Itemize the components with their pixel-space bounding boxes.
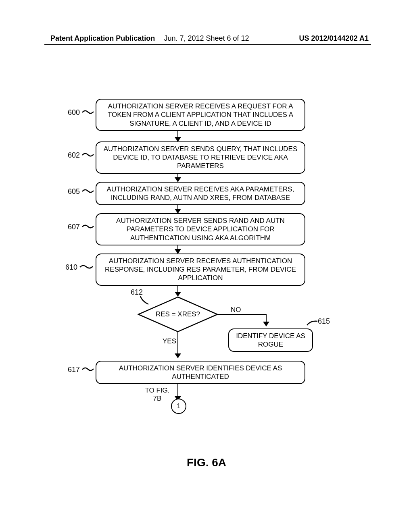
arrowhead-icon	[175, 353, 181, 358]
arrow-icon	[177, 131, 178, 141]
box-607: AUTHORIZATION SERVER SENDS RAND AND AUTN…	[96, 213, 305, 245]
ref-602-num: 602	[68, 151, 80, 159]
box-605: AUTHORIZATION SERVER RECEIVES AKA PARAME…	[96, 182, 305, 206]
box-610: AUTHORIZATION SERVER RECEIVES AUTHENTICA…	[96, 254, 305, 286]
page: Patent Application Publication Jun. 7, 2…	[0, 0, 413, 532]
step-612: 612 RES = XRES? NO	[0, 296, 413, 332]
decision-612: RES = XRES?	[138, 296, 218, 332]
line	[218, 314, 267, 315]
ref-612: 612	[131, 288, 143, 297]
box-600: AUTHORIZATION SERVER RECEIVES A REQUEST …	[96, 99, 305, 131]
header-pubnum: US 2012/0144202 A1	[299, 34, 369, 43]
leader-icon	[79, 264, 92, 270]
step-607: 607 AUTHORIZATION SERVER SENDS RAND AND …	[0, 213, 413, 245]
leader-icon	[82, 188, 94, 194]
ref-605-num: 605	[68, 187, 80, 195]
ref-600: 600	[68, 108, 94, 117]
step-617: 617 AUTHORIZATION SERVER IDENTIFIES DEVI…	[0, 361, 413, 384]
leader-icon	[82, 224, 94, 229]
ref-600-num: 600	[68, 108, 80, 116]
ref-607: 607	[68, 223, 94, 231]
flowchart: 600 AUTHORIZATION SERVER RECEIVES A REQU…	[0, 99, 413, 412]
step-602: 602 AUTHORIZATION SERVER SENDS QUERY, TH…	[0, 141, 413, 174]
leader-icon	[82, 152, 94, 158]
ref-615: 615	[318, 317, 330, 326]
connector-num: 1	[177, 403, 181, 410]
ref-617: 617	[68, 366, 94, 374]
ref-617-num: 617	[68, 366, 80, 374]
step-branches: YES IDENTIFY DEVICE AS ROGUE	[0, 332, 413, 361]
line	[177, 384, 178, 398]
arrow-icon	[177, 205, 178, 213]
header-sheet: Jun. 7, 2012 Sheet 6 of 12	[164, 34, 249, 43]
arrow-icon	[177, 245, 178, 254]
arrow-icon	[177, 174, 178, 182]
branch-yes-label: YES	[163, 337, 176, 345]
branch-no-label: NO	[231, 306, 241, 314]
ref-605: 605	[68, 187, 94, 196]
decision-612-label: RES = XRES?	[156, 310, 200, 318]
figure-caption: FIG. 6A	[187, 456, 226, 469]
ref-602: 602	[68, 151, 94, 160]
ref-610-num: 610	[65, 263, 77, 271]
box-617: AUTHORIZATION SERVER IDENTIFIES DEVICE A…	[96, 361, 305, 384]
box-602: AUTHORIZATION SERVER SENDS QUERY, THAT I…	[96, 141, 305, 174]
header-rule	[44, 44, 371, 45]
arrow-icon	[177, 286, 178, 296]
ref-607-num: 607	[68, 223, 80, 231]
arrow-icon	[266, 314, 267, 326]
connector-row: TO FIG. 7B 1	[0, 384, 413, 412]
leader-icon	[82, 109, 94, 115]
line	[177, 332, 178, 355]
connector-circle: 1	[171, 399, 186, 414]
ref-615-num: 615	[318, 317, 330, 325]
step-600: 600 AUTHORIZATION SERVER RECEIVES A REQU…	[0, 99, 413, 131]
ref-612-num: 612	[131, 288, 143, 296]
step-610: 610 AUTHORIZATION SERVER RECEIVES AUTHEN…	[0, 254, 413, 286]
header-publication: Patent Application Publication	[50, 34, 155, 43]
box-615: IDENTIFY DEVICE AS ROGUE	[228, 328, 313, 352]
leader-icon	[82, 366, 94, 372]
ref-610: 610	[65, 263, 92, 272]
page-header: Patent Application Publication Jun. 7, 2…	[0, 34, 413, 43]
leader-icon	[307, 320, 318, 328]
connector-to-label: TO FIG. 7B	[143, 387, 171, 402]
step-605: 605 AUTHORIZATION SERVER RECEIVES AKA PA…	[0, 182, 413, 206]
